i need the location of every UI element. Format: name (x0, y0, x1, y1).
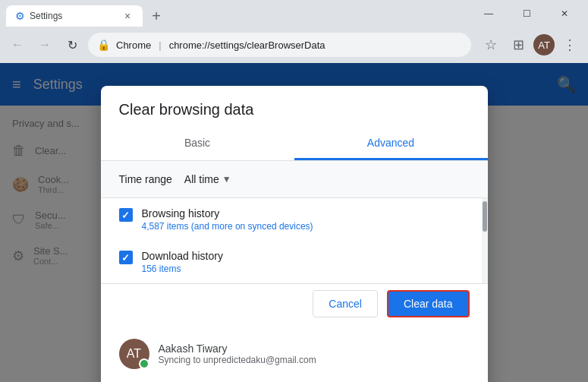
url-bar[interactable]: 🔒 Chrome | chrome://settings/clearBrowse… (88, 33, 471, 57)
sync-badge (139, 358, 149, 369)
menu-button[interactable]: ⋮ (558, 33, 582, 57)
avatar: AT (119, 339, 149, 369)
window-controls: — ☐ ✕ (471, 3, 582, 24)
address-bar: ← → ↻ 🔒 Chrome | chrome://settings/clear… (0, 27, 588, 63)
url-separator: | (159, 39, 161, 51)
url-path: chrome://settings/clearBrowserData (169, 39, 325, 51)
minimize-button[interactable]: — (471, 3, 506, 24)
clear-data-dialog: Clear browsing data Basic Advanced Time … (101, 86, 488, 382)
browsing-history-text: Browsing history 4,587 items (and more o… (142, 207, 313, 232)
select-arrow-icon: ▼ (222, 174, 231, 185)
extensions-button[interactable]: ⊞ (506, 33, 530, 57)
back-button[interactable]: ← (6, 33, 29, 56)
cancel-button[interactable]: Cancel (313, 290, 378, 317)
dialog-title: Clear browsing data (101, 86, 488, 128)
checkbox-item-browsing: ✓ Browsing history 4,587 items (and more… (101, 198, 488, 241)
restore-button[interactable]: ☐ (509, 3, 544, 24)
dialog-footer: Cancel Clear data AT Aakash Tiwary Synci… (101, 283, 488, 382)
download-history-text: Download history 156 items (142, 250, 223, 274)
time-range-label: Time range (119, 173, 172, 185)
dialog-tabs: Basic Advanced (101, 128, 488, 161)
checkmark-icon: ✓ (121, 210, 130, 221)
notice-text: To clear browsing data from this device … (101, 378, 488, 382)
modal-overlay: Clear browsing data Basic Advanced Time … (0, 63, 588, 382)
download-history-checkbox[interactable]: ✓ (119, 251, 133, 264)
browsing-history-label: Browsing history (142, 207, 313, 219)
lock-icon: 🔒 (97, 39, 110, 51)
user-info: Aakash Tiwary Syncing to unpredictedaku@… (159, 343, 316, 365)
forward-button[interactable]: → (33, 33, 56, 56)
download-history-label: Download history (142, 250, 223, 262)
scroll-thumb[interactable] (483, 201, 487, 232)
scroll-track (482, 198, 488, 283)
bookmark-button[interactable]: ☆ (479, 33, 503, 57)
user-email: Syncing to unpredictedaku@gmail.com (159, 355, 316, 365)
close-button[interactable]: ✕ (547, 3, 582, 24)
user-row: AT Aakash Tiwary Syncing to unpredicteda… (101, 330, 488, 378)
new-tab-button[interactable]: + (146, 5, 167, 27)
browsing-history-checkbox[interactable]: ✓ (119, 208, 133, 222)
settings-page: ≡ Settings 🔍 Privacy and s... 🗑 Clear...… (0, 63, 588, 382)
dialog-actions: Cancel Clear data (101, 284, 488, 330)
time-range-value: All time (184, 173, 219, 185)
clear-data-button[interactable]: Clear data (387, 290, 470, 317)
profile-button[interactable]: AT (533, 34, 555, 55)
tab-basic[interactable]: Basic (101, 128, 294, 160)
tab-advanced[interactable]: Advanced (294, 128, 488, 160)
tab-bar: ⚙ Settings × + (6, 0, 167, 27)
checkbox-list: ✓ Browsing history 4,587 items (and more… (101, 198, 488, 283)
refresh-button[interactable]: ↻ (61, 33, 83, 56)
tab-title: Settings (30, 11, 62, 21)
tab-favicon: ⚙ (15, 10, 25, 22)
checkmark-icon: ✓ (121, 252, 130, 264)
checkbox-item-downloads: ✓ Download history 156 items (101, 241, 488, 283)
url-site: Chrome (116, 39, 151, 51)
user-name: Aakash Tiwary (159, 343, 316, 355)
active-tab[interactable]: ⚙ Settings × (6, 5, 143, 27)
browsing-history-count: 4,587 items (and more on synced devices) (142, 221, 313, 232)
dialog-body: Time range All time ▼ ✓ Browsing history (101, 161, 488, 283)
tab-close-button[interactable]: × (121, 10, 134, 22)
time-range-select[interactable]: All time ▼ (184, 173, 231, 185)
time-range-row: Time range All time ▼ (101, 161, 488, 198)
download-history-count: 156 items (142, 264, 223, 274)
address-actions: ☆ ⊞ AT ⋮ (479, 33, 582, 57)
title-bar: ⚙ Settings × + — ☐ ✕ (0, 0, 588, 27)
